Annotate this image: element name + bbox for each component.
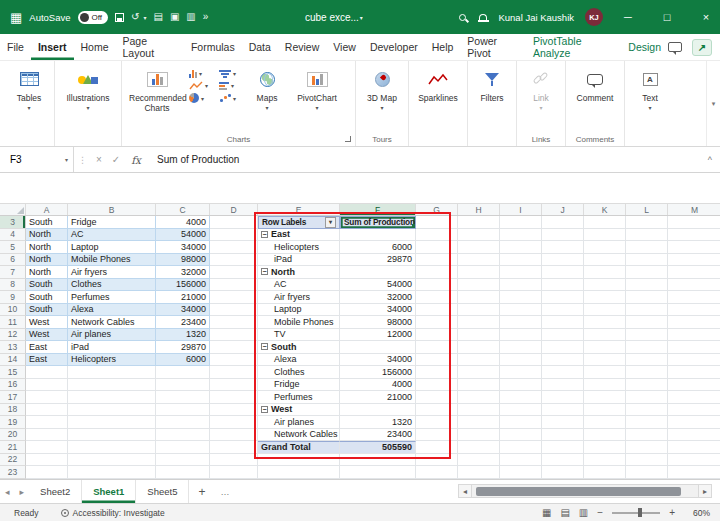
cell-F13[interactable]	[340, 341, 416, 354]
col-header-K[interactable]: K	[584, 204, 626, 215]
cell-I16[interactable]	[500, 379, 542, 392]
cell-M10[interactable]	[668, 304, 720, 317]
cell-F10[interactable]: 34000	[340, 304, 416, 317]
cell-L19[interactable]	[626, 416, 668, 429]
cell-I9[interactable]	[500, 291, 542, 304]
cell-B8[interactable]: Clothes	[68, 279, 156, 292]
cell-B9[interactable]: Perfumes	[68, 291, 156, 304]
col-header-E[interactable]: E	[258, 204, 340, 215]
cell-E11[interactable]: Mobile Phones	[258, 316, 340, 329]
cell-E7[interactable]: −North	[258, 266, 340, 279]
collapse-group-button[interactable]: −	[261, 406, 268, 413]
tab-insert[interactable]: Insert	[31, 34, 74, 60]
cell-C3[interactable]: 4000	[156, 216, 210, 229]
cell-I17[interactable]	[500, 391, 542, 404]
cell-H4[interactable]	[458, 229, 500, 242]
new-sheet-button[interactable]: +	[189, 480, 214, 503]
cell-D12[interactable]	[210, 329, 258, 342]
cell-H7[interactable]	[458, 266, 500, 279]
cell-H18[interactable]	[458, 404, 500, 417]
cell-M13[interactable]	[668, 341, 720, 354]
cell-C14[interactable]: 6000	[156, 354, 210, 367]
cell-A3[interactable]: South	[26, 216, 68, 229]
zoom-slider-thumb[interactable]	[638, 508, 642, 517]
cell-F22[interactable]	[340, 454, 416, 467]
cell-B12[interactable]: Air planes	[68, 329, 156, 342]
cell-K12[interactable]	[584, 329, 626, 342]
cell-B3[interactable]: Fridge	[68, 216, 156, 229]
cell-F5[interactable]: 6000	[340, 241, 416, 254]
charts-dialog-launcher-icon[interactable]	[345, 136, 351, 142]
cell-D16[interactable]	[210, 379, 258, 392]
sheet-tab-sheet2[interactable]: Sheet2	[29, 480, 82, 503]
zoom-level[interactable]: 60%	[684, 508, 710, 518]
cell-H11[interactable]	[458, 316, 500, 329]
select-all-corner[interactable]	[0, 204, 26, 215]
cell-A9[interactable]: South	[26, 291, 68, 304]
cell-G15[interactable]	[416, 366, 458, 379]
cell-E3[interactable]: Row Labels▾	[258, 216, 340, 229]
cell-D22[interactable]	[210, 454, 258, 467]
undo-icon[interactable]: ↺	[131, 12, 139, 22]
row-header-9[interactable]: 9	[0, 291, 26, 304]
cell-I6[interactable]	[500, 254, 542, 267]
cell-D13[interactable]	[210, 341, 258, 354]
cell-A8[interactable]: South	[26, 279, 68, 292]
cell-D11[interactable]	[210, 316, 258, 329]
cell-M20[interactable]	[668, 429, 720, 442]
cell-H9[interactable]	[458, 291, 500, 304]
cell-L22[interactable]	[626, 454, 668, 467]
bar-chart-button[interactable]: ▾	[219, 81, 245, 90]
cell-M15[interactable]	[668, 366, 720, 379]
cell-J17[interactable]	[542, 391, 584, 404]
sparklines-button[interactable]: Sparklines	[412, 61, 464, 104]
cell-L15[interactable]	[626, 366, 668, 379]
zoom-in-icon[interactable]: +	[669, 507, 675, 518]
cell-I12[interactable]	[500, 329, 542, 342]
pivotchart-button[interactable]: PivotChart ▾	[289, 61, 345, 111]
tab-power-pivot[interactable]: Power Pivot	[460, 34, 526, 60]
tab-view[interactable]: View	[326, 34, 363, 60]
cell-E5[interactable]: Helicopters	[258, 241, 340, 254]
cell-K7[interactable]	[584, 266, 626, 279]
cell-K3[interactable]	[584, 216, 626, 229]
toolbar-overflow-icon[interactable]: »	[203, 12, 209, 22]
3d-map-button[interactable]: 3D Map ▾	[359, 61, 405, 111]
cell-H20[interactable]	[458, 429, 500, 442]
cell-I11[interactable]	[500, 316, 542, 329]
cell-B19[interactable]	[68, 416, 156, 429]
cell-I10[interactable]	[500, 304, 542, 317]
cell-A22[interactable]	[26, 454, 68, 467]
cell-M12[interactable]	[668, 329, 720, 342]
cell-A23[interactable]	[26, 466, 68, 479]
cell-F14[interactable]: 34000	[340, 354, 416, 367]
cell-L7[interactable]	[626, 266, 668, 279]
cell-C17[interactable]	[156, 391, 210, 404]
quick-access-icon[interactable]: ▥	[186, 12, 195, 22]
cell-M14[interactable]	[668, 354, 720, 367]
row-header-13[interactable]: 13	[0, 341, 26, 354]
cell-J23[interactable]	[542, 466, 584, 479]
cell-B22[interactable]	[68, 454, 156, 467]
cell-E21[interactable]: Grand Total	[258, 441, 340, 454]
cell-G9[interactable]	[416, 291, 458, 304]
sheet-nav-prev-icon[interactable]: ◂	[0, 480, 15, 503]
cell-M4[interactable]	[668, 229, 720, 242]
cell-M17[interactable]	[668, 391, 720, 404]
comments-bubble-icon[interactable]	[668, 42, 682, 52]
cell-L5[interactable]	[626, 241, 668, 254]
row-header-18[interactable]: 18	[0, 404, 26, 417]
save-icon[interactable]	[115, 13, 124, 22]
cell-B4[interactable]: AC	[68, 229, 156, 242]
cell-G21[interactable]	[416, 441, 458, 454]
user-name[interactable]: Kunal Jai Kaushik	[498, 12, 574, 23]
cell-A20[interactable]	[26, 429, 68, 442]
cell-L18[interactable]	[626, 404, 668, 417]
name-box[interactable]: F3 ▾	[0, 147, 74, 172]
formula-input[interactable]: Sum of Production	[147, 154, 708, 165]
cell-H23[interactable]	[458, 466, 500, 479]
tab-pivottable-analyze[interactable]: PivotTable Analyze	[526, 34, 621, 60]
cell-F15[interactable]: 156000	[340, 366, 416, 379]
cell-L3[interactable]	[626, 216, 668, 229]
cell-E16[interactable]: Fridge	[258, 379, 340, 392]
